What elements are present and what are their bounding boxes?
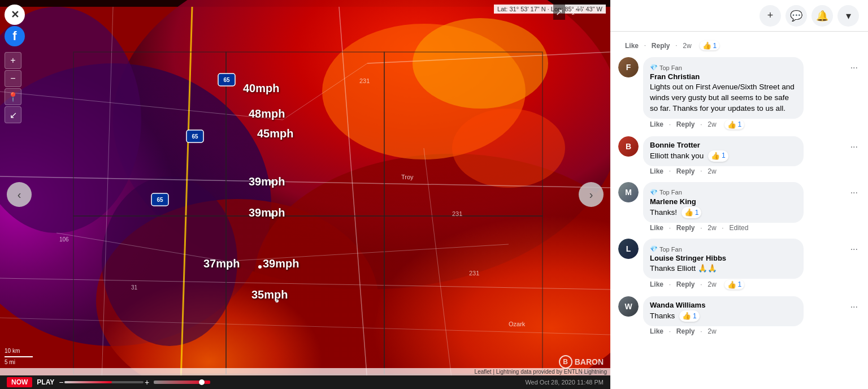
- play-button[interactable]: PLAY: [37, 378, 54, 386]
- map-attribution: Leaflet | Lightning data provided by ENT…: [0, 368, 610, 375]
- map-legend: 10 km 5 mi: [5, 347, 33, 366]
- actions-louise: Like · Reply · 2w 👍 1: [643, 279, 860, 289]
- reaction-louise: 👍 1: [724, 280, 745, 289]
- reply-wanda[interactable]: Reply: [676, 327, 695, 335]
- bubble-fran: 💎 Top Fan Fran Christian Lights out on F…: [643, 57, 804, 119]
- like-fran[interactable]: Like: [650, 120, 663, 128]
- actions-wanda: Like · Reply · 2w: [643, 326, 860, 335]
- facebook-panel: + 💬 🔔 ▾ Like · Reply · 2w 👍 1: [610, 0, 868, 389]
- wind-speed-35: 35mph: [251, 288, 288, 301]
- timeline-plus-button[interactable]: +: [145, 378, 149, 387]
- time-bonnie: 2w: [708, 167, 716, 175]
- svg-text:231: 231: [452, 210, 462, 217]
- fb-topbar: + 💬 🔔 ▾: [610, 0, 868, 32]
- author-marlene[interactable]: Marlene King: [650, 197, 797, 206]
- like-action-stub[interactable]: Like: [625, 42, 639, 50]
- svg-text:231: 231: [359, 77, 370, 84]
- top-fan-badge-marlene: 💎 Top Fan: [650, 189, 682, 196]
- like-bonnie[interactable]: Like: [650, 167, 663, 175]
- reply-action-stub[interactable]: Reply: [652, 42, 670, 50]
- inline-reaction-bonnie: 👍 1: [708, 150, 728, 162]
- timeline-slider: − +: [59, 381, 149, 384]
- avatar-marlene: M: [618, 182, 639, 202]
- text-fran: Lights out on First Avenue/Sixth Street …: [650, 82, 797, 114]
- reply-louise[interactable]: Reply: [676, 280, 695, 288]
- time-louise: 2w: [708, 280, 716, 288]
- like-louise[interactable]: Like: [650, 280, 663, 288]
- wind-speed-40: 40mph: [243, 82, 279, 95]
- reply-marlene[interactable]: Reply: [676, 224, 695, 232]
- svg-text:65: 65: [192, 133, 198, 140]
- like-reaction-stub: 👍 1: [700, 41, 720, 50]
- svg-text:65: 65: [157, 197, 163, 203]
- author-wanda[interactable]: Wanda Williams: [650, 301, 797, 309]
- reaction-fran: 👍 1: [724, 120, 745, 129]
- comment-stub: Like · Reply · 2w 👍 1: [610, 36, 868, 54]
- zoom-out-button[interactable]: −: [5, 70, 21, 87]
- text-bonnie: Elliott thank you 👍 1: [650, 150, 797, 162]
- actions-bonnie: Like · Reply · 2w: [643, 166, 860, 175]
- bubble-wanda: Wanda Williams Thanks 👍 1: [643, 296, 804, 326]
- wind-speed-39a: 39mph: [249, 175, 285, 188]
- fb-messenger-button[interactable]: 💬: [785, 5, 807, 27]
- svg-text:231: 231: [469, 270, 479, 276]
- close-button[interactable]: ✕: [5, 5, 25, 25]
- text-marlene: Thanks! 👍 1: [650, 207, 797, 218]
- like-marlene[interactable]: Like: [650, 224, 663, 232]
- timestamp: Wed Oct 28, 2020 11:48 PM: [525, 379, 604, 386]
- facebook-button[interactable]: f: [5, 26, 25, 46]
- legend-5mi: 5 mi: [5, 358, 33, 366]
- reply-bonnie[interactable]: Reply: [676, 167, 695, 175]
- timeline-track[interactable]: [64, 381, 144, 383]
- bubble-louise: 💎 Top Fan Louise Stringer Hibbs Thanks E…: [643, 239, 804, 279]
- author-fran[interactable]: Fran Christian: [650, 72, 797, 81]
- inline-reaction-wanda: 👍 1: [679, 310, 700, 322]
- intensity-slider[interactable]: [154, 381, 210, 384]
- more-louise-button[interactable]: ···: [848, 242, 860, 257]
- collapse-button[interactable]: ↙: [5, 106, 21, 123]
- map-bottom-bar: NOW PLAY − + Wed Oct 28, 2020 11:48 PM: [0, 375, 610, 389]
- map-nav-left-button[interactable]: ‹: [7, 182, 32, 207]
- more-fran-button[interactable]: ···: [848, 60, 860, 75]
- bubble-bonnie: Bonnie Trotter Elliott thank you 👍 1: [643, 136, 804, 166]
- top-fan-badge-louise: 💎 Top Fan: [650, 245, 682, 253]
- coord-display: Lat: 31° 53' 17" N · Lon: 85° 46' 43" W: [494, 5, 606, 14]
- location-button[interactable]: 📍: [5, 88, 21, 105]
- fb-notifications-button[interactable]: 🔔: [811, 5, 833, 27]
- time-stub: 2w: [683, 42, 691, 50]
- avatar-fran: F: [618, 57, 639, 77]
- edited-marlene: Edited: [729, 224, 748, 232]
- comment-stub-actions: Like · Reply · 2w 👍 1: [618, 40, 860, 50]
- tag-button[interactable]: 🏷: [571, 5, 582, 18]
- more-bonnie-button[interactable]: ···: [848, 140, 860, 154]
- comment-louise-hibbs: L 💎 Top Fan Louise Stringer Hibbs Thanks…: [610, 235, 868, 293]
- text-louise: Thanks Elliott 🙏🙏: [650, 263, 797, 274]
- svg-point-7: [452, 109, 565, 188]
- author-bonnie[interactable]: Bonnie Trotter: [650, 141, 797, 149]
- zoom-in-button[interactable]: +: [5, 52, 21, 69]
- wind-speed-37: 37mph: [203, 257, 240, 270]
- wind-speed-48: 48mph: [249, 107, 285, 120]
- timeline-minus-button[interactable]: −: [59, 378, 63, 387]
- expand-button[interactable]: ↗: [553, 5, 565, 20]
- fb-add-button[interactable]: +: [760, 5, 781, 27]
- intensity-thumb: [199, 379, 205, 385]
- time-fran: 2w: [708, 120, 716, 128]
- comment-wanda-williams: W Wanda Williams Thanks 👍 1 Like · Reply: [610, 293, 868, 339]
- more-wanda-button[interactable]: ···: [848, 300, 860, 314]
- wind-speed-45: 45mph: [257, 127, 293, 140]
- more-marlene-button[interactable]: ···: [848, 185, 860, 200]
- avatar-wanda: W: [618, 296, 639, 317]
- wind-speed-39c: 39mph: [263, 257, 299, 270]
- reply-fran[interactable]: Reply: [676, 120, 695, 128]
- avatar-louise: L: [618, 239, 639, 259]
- now-button[interactable]: NOW: [7, 377, 32, 387]
- actions-fran: Like · Reply · 2w 👍 1: [643, 119, 860, 129]
- like-wanda[interactable]: Like: [650, 327, 663, 335]
- author-louise[interactable]: Louise Stringer Hibbs: [650, 254, 797, 262]
- map-nav-right-button[interactable]: ›: [579, 182, 604, 207]
- fb-menu-button[interactable]: ▾: [837, 5, 859, 27]
- svg-text:31: 31: [131, 284, 138, 291]
- svg-point-6: [413, 18, 548, 109]
- svg-point-46: [258, 265, 262, 269]
